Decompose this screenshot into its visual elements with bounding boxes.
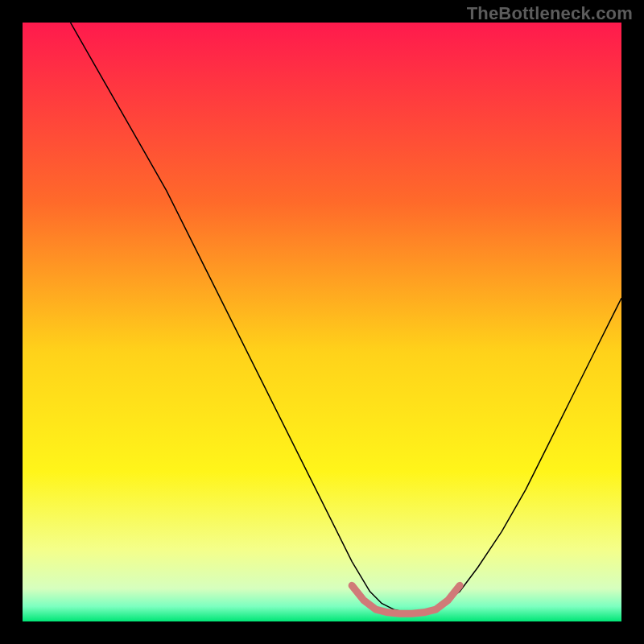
gradient-background: [23, 23, 621, 621]
watermark-text: TheBottleneck.com: [467, 3, 633, 24]
plot-area: [23, 23, 621, 621]
bottleneck-chart: [23, 23, 621, 621]
chart-frame: TheBottleneck.com: [0, 0, 644, 644]
